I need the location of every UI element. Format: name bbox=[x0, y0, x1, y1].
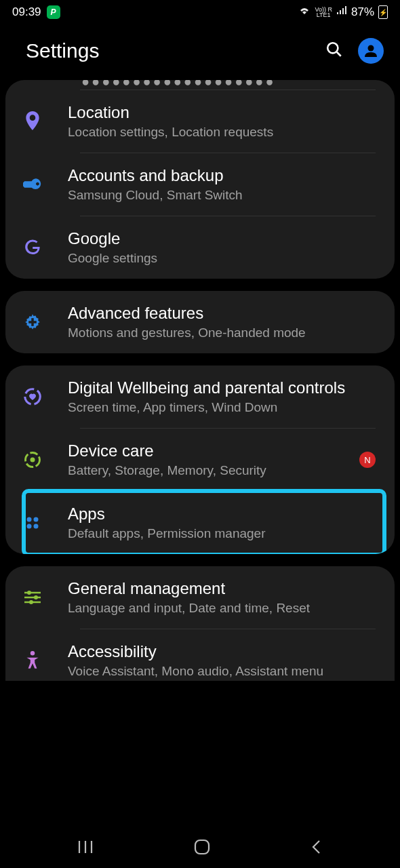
settings-group: Advanced features Motions and gestures, … bbox=[5, 291, 395, 353]
settings-group: Digital Wellbeing and parental controls … bbox=[5, 366, 395, 554]
row-title: Apps bbox=[68, 504, 376, 524]
notification-badge: N bbox=[359, 452, 376, 468]
row-title: Digital Wellbeing and parental controls bbox=[68, 378, 376, 398]
settings-row-wellbeing[interactable]: Digital Wellbeing and parental controls … bbox=[5, 366, 395, 428]
wifi-icon bbox=[298, 5, 311, 19]
svg-point-2 bbox=[368, 45, 374, 52]
row-subtitle: Motions and gestures, One-handed mode bbox=[68, 325, 376, 341]
notification-app-icon: P bbox=[47, 5, 60, 19]
row-subtitle: Location settings, Location requests bbox=[68, 124, 376, 140]
device-care-icon bbox=[18, 445, 47, 475]
svg-point-11 bbox=[34, 524, 39, 529]
key-icon bbox=[18, 170, 47, 199]
row-subtitle: Google settings bbox=[68, 250, 376, 267]
settings-row-devicecare[interactable]: Device care Battery, Storage, Memory, Se… bbox=[5, 429, 395, 491]
settings-row-google[interactable]: Google Google settings bbox=[5, 216, 395, 279]
sliders-icon bbox=[18, 583, 47, 612]
apps-grid-icon bbox=[18, 508, 47, 538]
signal-icon bbox=[336, 5, 347, 19]
search-icon[interactable] bbox=[325, 41, 343, 61]
svg-point-17 bbox=[29, 600, 33, 604]
back-button[interactable] bbox=[310, 839, 323, 858]
location-pin-icon bbox=[18, 106, 47, 136]
svg-point-7 bbox=[31, 458, 35, 462]
row-subtitle: Default apps, Permission manager bbox=[68, 526, 376, 542]
svg-line-1 bbox=[337, 52, 341, 56]
recents-button[interactable] bbox=[77, 839, 94, 858]
wellbeing-icon bbox=[18, 382, 47, 412]
svg-rect-22 bbox=[195, 840, 209, 854]
settings-row-advanced[interactable]: Advanced features Motions and gestures, … bbox=[5, 291, 395, 353]
svg-rect-4 bbox=[28, 321, 37, 323]
partial-cut-row: ●●●●●●●●●●●●●●●●●●● bbox=[5, 80, 395, 90]
settings-row-accessibility[interactable]: Accessibility Voice Assistant, Mono audi… bbox=[5, 629, 395, 681]
row-title: Google bbox=[68, 229, 376, 249]
status-bar: 09:39 P Vo)) R LTE1 87% ⚡ bbox=[0, 0, 400, 23]
navigation-bar bbox=[0, 829, 400, 868]
settings-group: General management Language and input, D… bbox=[5, 566, 395, 681]
profile-avatar[interactable] bbox=[358, 38, 384, 64]
row-title: Device care bbox=[68, 441, 359, 461]
settings-row-apps[interactable]: Apps Default apps, Permission manager bbox=[5, 492, 395, 554]
gear-plus-icon bbox=[18, 307, 47, 337]
header: Settings bbox=[0, 23, 400, 80]
row-title: General management bbox=[68, 578, 376, 599]
svg-point-18 bbox=[31, 651, 35, 655]
svg-point-13 bbox=[27, 591, 31, 595]
svg-point-9 bbox=[34, 517, 39, 522]
row-subtitle: Samsung Cloud, Smart Switch bbox=[68, 187, 376, 203]
status-time: 09:39 bbox=[12, 5, 41, 19]
home-button[interactable] bbox=[193, 838, 211, 859]
battery-charging-icon: ⚡ bbox=[378, 5, 388, 19]
settings-list: ●●●●●●●●●●●●●●●●●●● Location Location se… bbox=[0, 80, 400, 681]
svg-point-8 bbox=[27, 517, 32, 522]
settings-row-location[interactable]: Location Location settings, Location req… bbox=[5, 90, 395, 153]
svg-point-10 bbox=[27, 524, 32, 529]
row-subtitle: Screen time, App timers, Wind Down bbox=[68, 399, 376, 416]
row-subtitle: Language and input, Date and time, Reset bbox=[68, 600, 376, 616]
svg-point-0 bbox=[327, 43, 338, 53]
battery-percent: 87% bbox=[351, 5, 374, 19]
row-title: Location bbox=[68, 102, 376, 123]
network-label: Vo)) R LTE1 bbox=[315, 7, 332, 18]
settings-row-general[interactable]: General management Language and input, D… bbox=[5, 566, 395, 629]
row-subtitle: Battery, Storage, Memory, Security bbox=[68, 462, 359, 479]
google-g-icon bbox=[18, 233, 47, 262]
settings-group: ●●●●●●●●●●●●●●●●●●● Location Location se… bbox=[5, 80, 395, 279]
svg-point-15 bbox=[34, 595, 38, 599]
accessibility-icon bbox=[18, 646, 47, 675]
row-title: Accounts and backup bbox=[68, 165, 376, 186]
row-title: Accessibility bbox=[68, 642, 376, 662]
row-subtitle: Voice Assistant, Mono audio, Assistant m… bbox=[68, 663, 376, 679]
row-title: Advanced features bbox=[68, 303, 376, 323]
page-title: Settings bbox=[26, 39, 99, 62]
settings-row-accounts[interactable]: Accounts and backup Samsung Cloud, Smart… bbox=[5, 153, 395, 216]
